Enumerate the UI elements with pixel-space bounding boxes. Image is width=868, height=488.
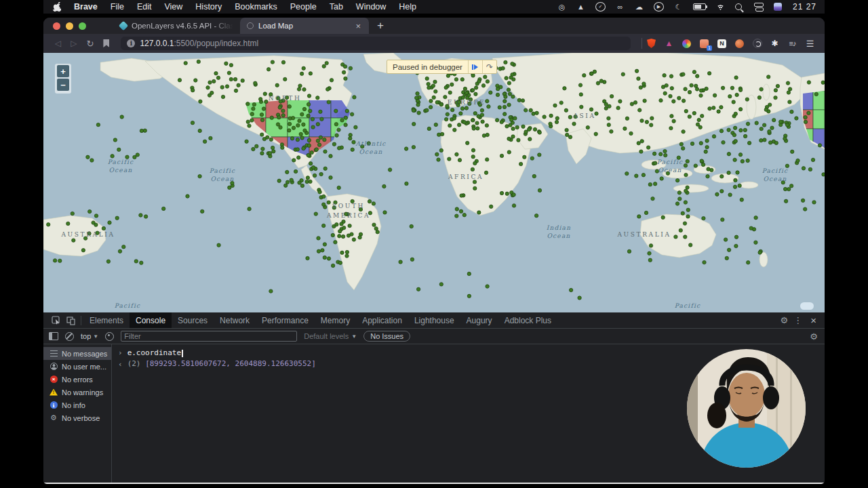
menu-people[interactable]: People: [290, 2, 317, 12]
check-circle-icon[interactable]: ✓: [595, 2, 606, 12]
photos-icon[interactable]: [774, 2, 783, 12]
tab-bar: OpenLayers v4.6.5 API - Class: Car Load …: [43, 18, 825, 34]
menu-view[interactable]: View: [164, 2, 182, 12]
devtools-tab-adblock-plus[interactable]: Adblock Plus: [498, 312, 557, 328]
log-levels-dropdown[interactable]: Default levels▼: [304, 332, 357, 340]
wifi-icon[interactable]: [716, 2, 725, 12]
site-info-icon[interactable]: i: [127, 39, 135, 47]
eye-icon[interactable]: [105, 332, 114, 341]
map-label: Pacific: [657, 159, 684, 165]
menu-icon[interactable]: ☰: [805, 39, 815, 49]
reload-button[interactable]: ↻: [86, 39, 94, 49]
no-issues-badge[interactable]: No Issues: [363, 331, 410, 342]
tab-title: Load Map: [258, 22, 349, 30]
zoom-out-button[interactable]: −: [57, 79, 69, 91]
device-toolbar-icon[interactable]: [64, 312, 79, 328]
devtools-tab-memory[interactable]: Memory: [315, 312, 356, 328]
minimize-window-button[interactable]: [66, 22, 73, 30]
play-circle-icon[interactable]: ▶: [654, 2, 664, 12]
cloud-icon[interactable]: ☁: [635, 2, 644, 12]
sidebar-item-no-user-me-[interactable]: No user me...: [43, 360, 111, 373]
inspect-element-icon[interactable]: [49, 312, 64, 328]
devtools-tab-lighthouse[interactable]: Lighthouse: [408, 312, 460, 328]
url-text[interactable]: 127.0.0.1:5500/popup/index.html: [140, 39, 258, 48]
console-settings-icon[interactable]: ⚙: [810, 331, 818, 342]
nav-bar: ◁ ▷ ↻ i 127.0.0.1:5500/popup/index.html …: [43, 34, 825, 53]
triangle-ad-icon[interactable]: ▲: [664, 39, 674, 49]
apple-icon[interactable]: [53, 2, 61, 12]
sidebar-item-no-info[interactable]: iNo info: [43, 399, 111, 411]
sidebar-item-no-messages[interactable]: No messages: [43, 347, 111, 360]
search-icon[interactable]: [735, 2, 744, 12]
paused-label: Paused in debugger: [387, 63, 468, 71]
new-tab-button[interactable]: +: [377, 19, 384, 33]
sidebar-item-no-verbose[interactable]: ⚙No verbose: [43, 411, 111, 424]
devtools-tab-application[interactable]: Application: [356, 312, 408, 328]
fullscreen-window-button[interactable]: [79, 22, 86, 30]
brave-shield-icon[interactable]: [646, 39, 656, 49]
devtools-tab-console[interactable]: Console: [130, 312, 172, 328]
result-arrow-icon: ‹: [118, 360, 123, 369]
window-bottom-edge: [43, 483, 825, 484]
hand-pointer-icon[interactable]: 1: [699, 39, 709, 49]
menu-help[interactable]: Help: [399, 2, 416, 12]
devtools-tab-performance[interactable]: Performance: [256, 312, 315, 328]
moon-icon[interactable]: ☾: [674, 2, 683, 12]
map-label: Ocean: [359, 148, 383, 155]
notion-icon[interactable]: N: [717, 39, 727, 49]
bookmark-icon[interactable]: [103, 39, 109, 47]
battery-icon[interactable]: [693, 2, 706, 12]
console-sidebar-toggle-icon[interactable]: [49, 332, 58, 340]
menu-window[interactable]: Window: [356, 2, 386, 12]
devtools-close-icon[interactable]: ×: [808, 314, 819, 326]
menu-file[interactable]: File: [111, 2, 124, 12]
vlc-cone-icon[interactable]: ▲: [576, 2, 585, 12]
console-filter-input[interactable]: [121, 331, 297, 342]
tab-close-icon[interactable]: ×: [354, 22, 362, 30]
forward-button[interactable]: ▷: [71, 39, 77, 48]
devtools-settings-icon[interactable]: ⚙: [781, 315, 789, 325]
menu-tab[interactable]: Tab: [330, 2, 343, 12]
star-white-icon[interactable]: ✱: [770, 39, 780, 49]
menu-items: BraveFileEditViewHistoryBookmarksPeopleT…: [74, 2, 416, 12]
sidebar-item-no-warnings[interactable]: !No warnings: [43, 386, 111, 399]
map-label: Ocean: [764, 176, 787, 182]
console-input[interactable]: e.coordinate: [127, 348, 183, 357]
map-label: Ocean: [211, 176, 235, 182]
map-page[interactable]: NORTHEUROPEASIAAFRICASOUTHAMERICAAUSTRAL…: [43, 53, 825, 312]
orange-ball-icon[interactable]: [734, 39, 745, 49]
tab-load-map[interactable]: Load Map ×: [240, 18, 369, 34]
devtools-tab-augury[interactable]: Augury: [460, 312, 498, 328]
webcam-overlay: [687, 349, 806, 468]
resume-script-button[interactable]: [468, 60, 482, 73]
tab-openlayers[interactable]: OpenLayers v4.6.5 API - Class: Car: [113, 18, 240, 34]
devtools-tab-sources[interactable]: Sources: [172, 312, 214, 328]
displays-icon[interactable]: [754, 2, 764, 12]
map-label: ASIA: [572, 113, 595, 119]
zoom-in-button[interactable]: +: [57, 65, 69, 77]
sidebar-item-no-errors[interactable]: ×No errors: [43, 373, 111, 386]
devtools-more-icon[interactable]: ⋮: [791, 315, 805, 325]
playlist-icon[interactable]: ≡♪: [787, 39, 797, 49]
creative-cloud-icon[interactable]: ∞: [616, 2, 625, 12]
devtools-tab-elements[interactable]: Elements: [83, 312, 130, 328]
map-attribution-button[interactable]: [800, 302, 814, 310]
address-bar[interactable]: i 127.0.0.1:5500/popup/index.html: [121, 37, 631, 50]
devtools-tab-network[interactable]: Network: [214, 312, 256, 328]
obs-icon[interactable]: ◎: [557, 2, 566, 12]
menu-brave[interactable]: Brave: [74, 2, 98, 12]
back-button[interactable]: ◁: [55, 39, 61, 48]
map-canvas[interactable]: NORTHEUROPEASIAAFRICASOUTHAMERICAAUSTRAL…: [43, 53, 825, 312]
pinwheel-icon[interactable]: [682, 39, 692, 49]
menu-history[interactable]: History: [195, 2, 222, 12]
step-over-button[interactable]: ↷: [482, 60, 496, 73]
devtools-tabs: ElementsConsoleSourcesNetworkPerformance…: [83, 312, 557, 328]
menu-bookmarks[interactable]: Bookmarks: [235, 2, 277, 12]
context-selector[interactable]: top▼: [81, 332, 98, 340]
menu-edit[interactable]: Edit: [137, 2, 152, 12]
close-window-button[interactable]: [53, 22, 60, 30]
clear-console-icon[interactable]: [65, 332, 74, 341]
map-label: AMERICA: [326, 212, 370, 219]
extension-badge: 1: [707, 45, 712, 51]
dark-swirl-icon[interactable]: [752, 39, 762, 49]
